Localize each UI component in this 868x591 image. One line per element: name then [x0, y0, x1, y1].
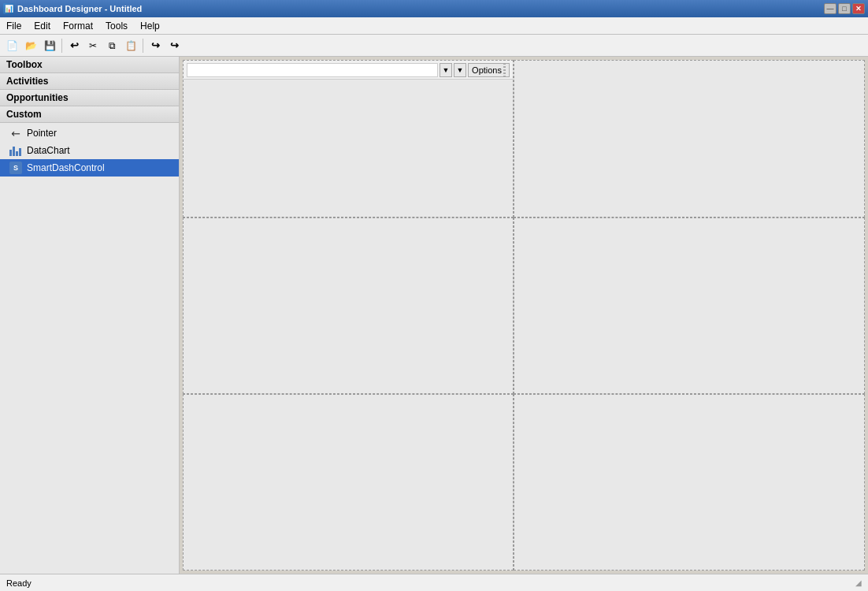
minimize-button[interactable]: —: [824, 3, 836, 14]
pointer-icon: ↖: [9, 127, 22, 139]
maximize-button[interactable]: □: [838, 3, 851, 14]
copy-icon: [109, 39, 116, 51]
chevron-down-icon-2: ▼: [457, 66, 464, 74]
open-button[interactable]: [22, 37, 39, 54]
main-area: Toolbox Activities Opportunities Custom …: [0, 57, 868, 574]
toolbar-separator-1: [61, 39, 62, 53]
grid-cell-2-1: [514, 394, 865, 571]
options-label: Options: [472, 65, 502, 75]
titlebar-title: Dashboard Designer - Untitled: [17, 4, 142, 13]
toolbox-activities-header[interactable]: Activities: [0, 73, 179, 90]
toolbox-header[interactable]: Toolbox: [0, 57, 179, 73]
titlebar-buttons: — □ ✕: [824, 3, 865, 14]
toolbar: [0, 35, 868, 57]
cut-icon: [89, 39, 97, 51]
app-icon: [3, 3, 14, 14]
grid-cell-0-0: ▼ ▼ Options: [183, 60, 514, 217]
save-button[interactable]: [41, 37, 58, 54]
redo-icon: [151, 39, 160, 51]
grid-cell-1-0: [183, 217, 514, 394]
statusbar: Ready ◢: [0, 574, 868, 591]
toolbox-item-pointer-label: Pointer: [27, 128, 57, 139]
titlebar-left: Dashboard Designer - Untitled: [3, 3, 142, 14]
resize-handle-icon: ◢: [855, 578, 862, 587]
undo-icon: [70, 39, 79, 51]
cell-dropdown-button-1[interactable]: ▼: [440, 63, 452, 77]
new-icon: [6, 39, 18, 51]
status-text: Ready: [6, 578, 32, 588]
toolbox-item-datachart[interactable]: DataChart: [0, 142, 179, 159]
app-icon-shape: [3, 3, 14, 14]
toolbox-panel: Toolbox Activities Opportunities Custom …: [0, 57, 180, 574]
toolbar-separator-2: [143, 39, 143, 53]
menu-tools[interactable]: Tools: [99, 19, 134, 33]
toolbox-custom-header[interactable]: Custom: [0, 106, 179, 123]
paste-icon: [125, 39, 137, 51]
grid-cell-2-0: [183, 394, 514, 571]
menu-file[interactable]: File: [0, 19, 28, 33]
toolbox-item-smartdash[interactable]: S SmartDashControl: [0, 159, 179, 177]
smartdash-icon: S: [9, 162, 22, 174]
titlebar: Dashboard Designer - Untitled — □ ✕: [0, 0, 868, 17]
cell-dropdown-button-2[interactable]: ▼: [454, 63, 466, 77]
redo2-icon: [170, 39, 179, 51]
menu-format[interactable]: Format: [57, 19, 99, 33]
grid-cell-1-1: [514, 217, 865, 394]
paste-button[interactable]: [122, 37, 139, 54]
cell-toolbar: ▼ ▼ Options: [184, 61, 513, 80]
toolbox-item-smartdash-label: SmartDashControl: [27, 162, 105, 173]
chevron-down-icon-1: ▼: [443, 66, 450, 74]
save-icon: [44, 39, 56, 51]
redo2-button[interactable]: [165, 37, 183, 54]
redo-button[interactable]: [147, 37, 164, 54]
undo-button[interactable]: [65, 37, 83, 54]
grid-cell-0-1: [514, 60, 865, 217]
toolbox-item-pointer[interactable]: ↖ Pointer: [0, 125, 179, 142]
datachart-icon: [9, 144, 22, 157]
cell-input[interactable]: [187, 63, 438, 77]
canvas-area: ▼ ▼ Options: [180, 57, 868, 574]
open-icon: [25, 39, 37, 51]
toolbox-custom-items: ↖ Pointer DataChart S: [0, 123, 179, 178]
menubar: File Edit Format Tools Help: [0, 17, 868, 35]
cell-options-button[interactable]: Options: [468, 63, 510, 77]
toolbox-item-datachart-label: DataChart: [27, 145, 70, 156]
cut-button[interactable]: [84, 37, 102, 54]
copy-button[interactable]: [103, 37, 121, 54]
new-button[interactable]: [3, 37, 20, 54]
close-button[interactable]: ✕: [852, 3, 865, 14]
dashboard-grid: ▼ ▼ Options: [183, 60, 865, 571]
options-separator: [503, 63, 506, 77]
menu-help[interactable]: Help: [134, 19, 166, 33]
menu-edit[interactable]: Edit: [28, 19, 57, 33]
toolbox-opportunities-header[interactable]: Opportunities: [0, 90, 179, 106]
